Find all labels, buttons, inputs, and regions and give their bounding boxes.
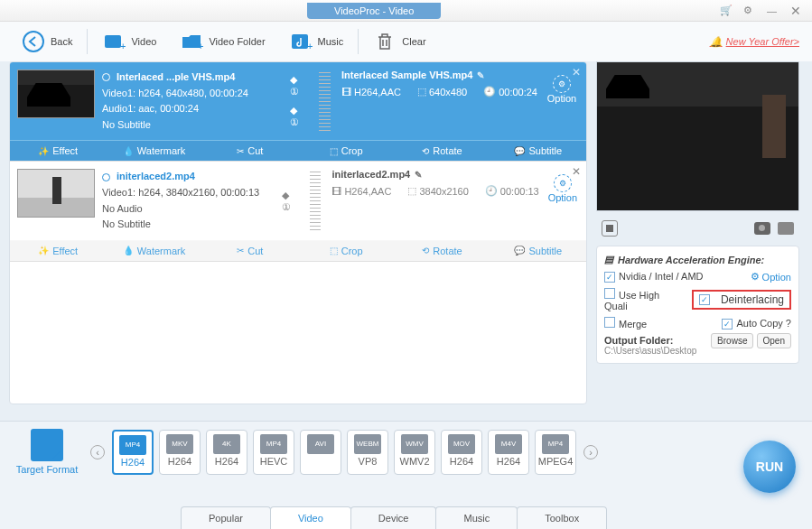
track-selector[interactable]: ◆ ① bbox=[290, 105, 308, 128]
bell-icon: 🔔 bbox=[710, 36, 723, 48]
codec-chip: 🎞 H264,AAC bbox=[341, 87, 401, 97]
output-meta: Interlaced Sample VHS.mp4✎ 🎞 H264,AAC ⬚ … bbox=[341, 70, 537, 133]
tab-video[interactable]: Video bbox=[270, 506, 351, 529]
gpu-checkbox[interactable]: ✓ bbox=[604, 272, 615, 283]
format-option[interactable]: WEBMVP8 bbox=[347, 430, 388, 475]
cut-button[interactable]: ✂ Cut bbox=[202, 241, 298, 261]
watermark-button[interactable]: 💧 Watermark bbox=[106, 141, 201, 161]
format-option[interactable]: 4KH264 bbox=[206, 430, 247, 475]
minimize-icon[interactable]: — bbox=[767, 5, 779, 16]
gear-icon: ⚙ bbox=[553, 75, 571, 93]
remove-card-icon[interactable]: ✕ bbox=[572, 165, 581, 178]
scroll-left-button[interactable]: ‹ bbox=[90, 445, 105, 459]
output-folder-label: Output Folder: bbox=[604, 335, 673, 346]
add-music-button[interactable]: + Music bbox=[280, 24, 353, 59]
high-quality-checkbox[interactable] bbox=[604, 288, 615, 299]
effect-button[interactable]: ✨ Effect bbox=[10, 141, 106, 161]
subtitle-button[interactable]: 💬 Subtitle bbox=[490, 241, 586, 261]
svg-rect-1 bbox=[105, 35, 121, 48]
watermark-button[interactable]: 💧 Watermark bbox=[106, 241, 201, 261]
thumbnail bbox=[17, 70, 95, 118]
crop-button[interactable]: ⬚ Crop bbox=[298, 141, 394, 161]
back-label: Back bbox=[51, 36, 72, 47]
format-option[interactable]: AVI bbox=[300, 430, 341, 475]
rotate-button[interactable]: ⟲ Rotate bbox=[394, 141, 490, 161]
codec-option-button[interactable]: ⚙ Option bbox=[546, 169, 579, 232]
edit-toolbar: ✨ Effect 💧 Watermark ✂ Cut ⬚ Crop ⟲ Rota… bbox=[10, 140, 586, 161]
format-list: MP4H264MKVH2644KH264MP4HEVCAVI WEBMVP8WM… bbox=[112, 430, 576, 475]
codec-chip: 🎞 H264,AAC bbox=[331, 186, 391, 197]
browse-button[interactable]: Browse bbox=[711, 333, 753, 348]
format-option[interactable]: WMVWMV2 bbox=[394, 430, 435, 475]
merge-checkbox[interactable] bbox=[604, 317, 615, 328]
clear-label: Clear bbox=[402, 36, 425, 47]
target-format-label: Target Format bbox=[11, 429, 83, 475]
video-list: ✕ Interlaced ...ple VHS.mp4 Video1: h264… bbox=[9, 61, 587, 404]
snapshot-icon[interactable] bbox=[754, 222, 770, 235]
open-button[interactable]: Open bbox=[757, 333, 791, 348]
folder-label: Video Folder bbox=[209, 36, 265, 47]
tab-device[interactable]: Device bbox=[350, 506, 437, 529]
format-option[interactable]: MP4MPEG4 bbox=[535, 430, 576, 475]
video-label: Video bbox=[131, 36, 156, 47]
format-option[interactable]: MP4HEVC bbox=[253, 430, 294, 475]
clear-button[interactable]: Clear bbox=[364, 24, 434, 59]
svg-text:+: + bbox=[307, 41, 313, 51]
app-title: VideoProc - Video bbox=[307, 3, 441, 19]
thumbnail bbox=[17, 169, 95, 218]
output-meta: initerlaced2.mp4✎ 🎞 H264,AAC ⬚ 3840x2160… bbox=[331, 169, 538, 232]
codec-option-button[interactable]: ⚙ Option bbox=[545, 70, 579, 133]
deinterlace-checkbox[interactable]: ✓ bbox=[699, 294, 710, 305]
settings-icon[interactable]: ⚙ bbox=[743, 5, 756, 16]
video-card-selected[interactable]: ✕ Interlaced ...ple VHS.mp4 Video1: h264… bbox=[10, 62, 586, 162]
rename-icon[interactable]: ✎ bbox=[477, 70, 484, 80]
chip-icon: ▤ bbox=[604, 254, 613, 265]
target-format-icon bbox=[31, 429, 63, 461]
remove-card-icon[interactable]: ✕ bbox=[572, 66, 581, 79]
open-folder-icon[interactable] bbox=[778, 222, 794, 235]
preview-pane bbox=[596, 61, 799, 211]
add-folder-button[interactable]: + Video Folder bbox=[171, 24, 274, 59]
svg-text:+: + bbox=[198, 41, 203, 51]
res-chip: ⬚ 640x480 bbox=[417, 86, 467, 97]
format-option[interactable]: M4VH264 bbox=[488, 430, 529, 475]
dur-chip: 🕘 00:00:24 bbox=[483, 86, 537, 97]
input-meta: Interlaced ...ple VHS.mp4 Video1: h264, … bbox=[102, 70, 283, 133]
add-video-button[interactable]: + Video bbox=[93, 24, 165, 59]
track-selector[interactable]: ◆ ① bbox=[290, 74, 308, 97]
deinterlace-highlight: ✓ Deinterlacing bbox=[692, 290, 791, 310]
back-button[interactable]: Back bbox=[13, 24, 81, 59]
main-toolbar: Back + Video + Video Folder + Music Clea… bbox=[0, 22, 812, 61]
format-option[interactable]: MP4H264 bbox=[112, 430, 154, 475]
format-option[interactable]: MKVH264 bbox=[159, 430, 201, 475]
divider bbox=[319, 70, 331, 133]
dur-chip: 🕘 00:00:13 bbox=[485, 185, 539, 197]
tab-toolbox[interactable]: Toolbox bbox=[517, 506, 607, 529]
rename-icon[interactable]: ✎ bbox=[415, 170, 422, 180]
cart-icon[interactable]: 🛒 bbox=[720, 5, 733, 16]
power-icon bbox=[102, 73, 110, 81]
autocopy-checkbox[interactable]: ✓ bbox=[722, 319, 733, 329]
edit-toolbar: ✨ Effect 💧 Watermark ✂ Cut ⬚ Crop ⟲ Rota… bbox=[10, 240, 586, 261]
effect-button[interactable]: ✨ Effect bbox=[10, 241, 106, 261]
svg-text:+: + bbox=[120, 41, 126, 51]
video-card[interactable]: ✕ initerlaced2.mp4 Video1: h264, 3840x21… bbox=[10, 162, 586, 261]
tab-music[interactable]: Music bbox=[435, 506, 518, 529]
hw-option-link[interactable]: ⚙ Option bbox=[751, 271, 791, 283]
close-window-icon[interactable]: ✕ bbox=[790, 4, 803, 18]
subtitle-button[interactable]: 💬 Subtitle bbox=[490, 141, 586, 161]
format-option[interactable]: MOVH264 bbox=[441, 430, 482, 475]
track-selector[interactable]: ◆ ① bbox=[282, 190, 299, 213]
new-year-offer-link[interactable]: 🔔 New Year Offer> bbox=[710, 36, 799, 48]
bottom-bar: Target Format ‹ MP4H264MKVH2644KH264MP4H… bbox=[0, 421, 812, 529]
scroll-right-button[interactable]: › bbox=[583, 445, 598, 459]
rotate-button[interactable]: ⟲ Rotate bbox=[394, 241, 490, 261]
run-button[interactable]: RUN bbox=[743, 441, 796, 493]
cut-button[interactable]: ✂ Cut bbox=[202, 141, 298, 161]
input-meta: initerlaced2.mp4 Video1: h264, 3840x2160… bbox=[102, 169, 275, 232]
tab-popular[interactable]: Popular bbox=[181, 506, 271, 529]
music-label: Music bbox=[318, 36, 344, 47]
crop-button[interactable]: ⬚ Crop bbox=[298, 241, 394, 261]
divider bbox=[310, 169, 322, 232]
stop-button[interactable] bbox=[602, 220, 618, 237]
